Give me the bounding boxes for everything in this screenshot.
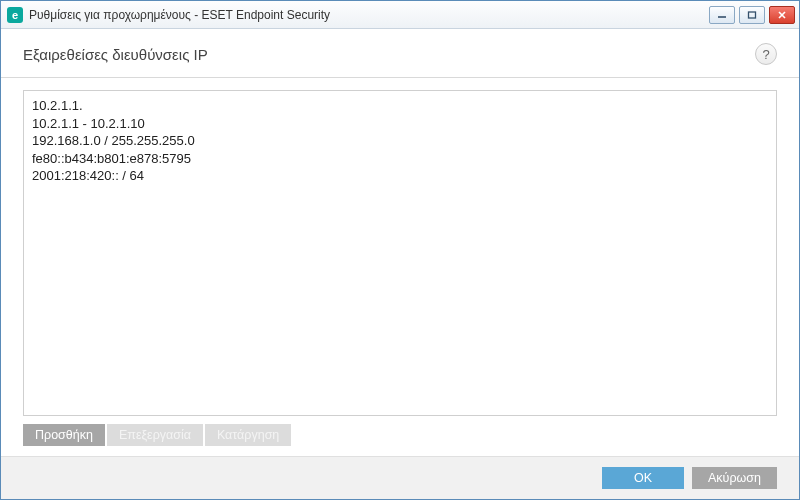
action-row: Προσθήκη Επεξεργασία Κατάργηση (23, 424, 777, 446)
cancel-button[interactable]: Ακύρωση (692, 467, 777, 489)
minimize-icon (717, 11, 727, 19)
ok-button[interactable]: OK (602, 467, 684, 489)
dialog-title: Εξαιρεθείσες διευθύνσεις IP (23, 46, 208, 63)
titlebar: e Ρυθμίσεις για προχωρημένους - ESET End… (1, 1, 799, 29)
close-button[interactable] (769, 6, 795, 24)
maximize-icon (747, 11, 757, 19)
maximize-button[interactable] (739, 6, 765, 24)
list-item[interactable]: 10.2.1.1. (32, 97, 768, 115)
remove-button: Κατάργηση (205, 424, 291, 446)
window-controls (709, 6, 795, 24)
list-item[interactable]: 192.168.1.0 / 255.255.255.0 (32, 132, 768, 150)
content-area: 10.2.1.1. 10.2.1.1 - 10.2.1.10 192.168.1… (1, 78, 799, 456)
add-button[interactable]: Προσθήκη (23, 424, 105, 446)
list-item[interactable]: 2001:218:420:: / 64 (32, 167, 768, 185)
dialog-header: Εξαιρεθείσες διευθύνσεις IP ? (1, 29, 799, 78)
edit-button: Επεξεργασία (107, 424, 203, 446)
dialog-footer: OK Ακύρωση (1, 456, 799, 499)
help-button[interactable]: ? (755, 43, 777, 65)
list-item[interactable]: fe80::b434:b801:e878:5795 (32, 150, 768, 168)
svg-rect-1 (749, 12, 756, 18)
minimize-button[interactable] (709, 6, 735, 24)
window-title: Ρυθμίσεις για προχωρημένους - ESET Endpo… (29, 8, 330, 22)
app-icon: e (7, 7, 23, 23)
close-icon (777, 11, 787, 19)
list-item[interactable]: 10.2.1.1 - 10.2.1.10 (32, 115, 768, 133)
ip-list[interactable]: 10.2.1.1. 10.2.1.1 - 10.2.1.10 192.168.1… (23, 90, 777, 416)
window-root: e Ρυθμίσεις για προχωρημένους - ESET End… (0, 0, 800, 500)
